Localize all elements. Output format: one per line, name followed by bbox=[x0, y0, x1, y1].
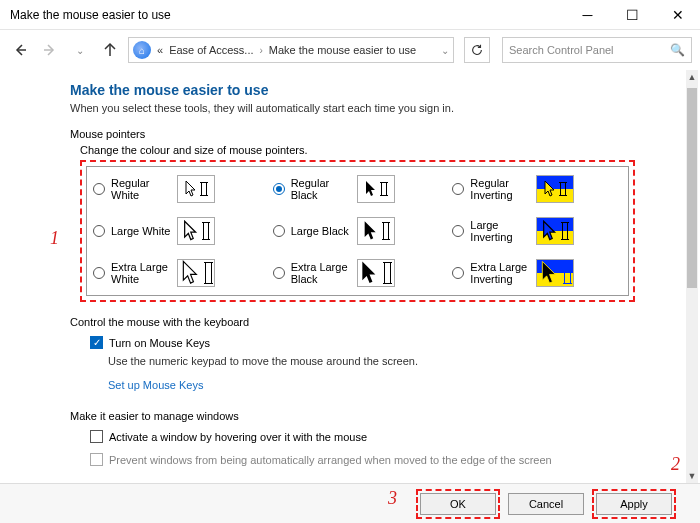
breadcrumb[interactable]: ⌂ « Ease of Access... › Make the mouse e… bbox=[128, 37, 454, 63]
radio-large-inverting[interactable] bbox=[452, 225, 464, 237]
preview-regular-black bbox=[357, 175, 395, 203]
label-regular-inverting: Regular Inverting bbox=[470, 177, 530, 201]
window-title: Make the mouse easier to use bbox=[10, 8, 565, 22]
hover-checkbox[interactable] bbox=[90, 430, 103, 443]
label-regular-white: Regular White bbox=[111, 177, 171, 201]
label-xlarge-black: Extra Large Black bbox=[291, 261, 351, 285]
apply-button[interactable]: Apply bbox=[596, 493, 672, 515]
content-area: Make the mouse easier to use When you se… bbox=[0, 70, 686, 483]
pointer-option-xlarge-inverting[interactable]: Extra Large Inverting bbox=[452, 259, 622, 287]
radio-regular-black[interactable] bbox=[273, 183, 285, 195]
refresh-button[interactable] bbox=[464, 37, 490, 63]
nav-bar: ⌄ ⌂ « Ease of Access... › Make the mouse… bbox=[0, 30, 700, 70]
annotation-1: 1 bbox=[50, 228, 59, 249]
recent-dropdown[interactable]: ⌄ bbox=[68, 38, 92, 62]
title-bar: Make the mouse easier to use ─ ☐ ✕ bbox=[0, 0, 700, 30]
preview-large-inverting bbox=[536, 217, 574, 245]
search-icon: 🔍 bbox=[670, 43, 685, 57]
hover-checkbox-row[interactable]: Activate a window by hovering over it wi… bbox=[90, 430, 686, 443]
pointer-option-large-white[interactable]: Large White bbox=[93, 217, 263, 245]
windows-section-label: Make it easier to manage windows bbox=[70, 410, 686, 422]
pointer-options-panel: Regular White Regular Black bbox=[86, 166, 629, 296]
vertical-scrollbar[interactable]: ▲ ▼ bbox=[686, 70, 698, 483]
mouse-keys-checkbox[interactable]: ✓ bbox=[90, 336, 103, 349]
pointers-sublabel: Change the colour and size of mouse poin… bbox=[80, 144, 686, 156]
pointer-option-large-black[interactable]: Large Black bbox=[273, 217, 443, 245]
annotation-3: 3 bbox=[388, 488, 397, 509]
snap-label: Prevent windows from being automatically… bbox=[109, 454, 552, 466]
label-xlarge-white: Extra Large White bbox=[111, 261, 171, 285]
setup-mouse-keys-link[interactable]: Set up Mouse Keys bbox=[108, 379, 203, 391]
close-button[interactable]: ✕ bbox=[655, 0, 700, 30]
dialog-button-bar: 3 OK Cancel Apply bbox=[0, 483, 700, 523]
radio-regular-inverting[interactable] bbox=[452, 183, 464, 195]
ok-button-highlight: OK bbox=[416, 489, 500, 519]
mouse-keys-description: Use the numeric keypad to move the mouse… bbox=[108, 355, 686, 367]
breadcrumb-seg2[interactable]: Make the mouse easier to use bbox=[269, 44, 416, 56]
label-xlarge-inverting: Extra Large Inverting bbox=[470, 261, 530, 285]
pointer-option-regular-inverting[interactable]: Regular Inverting bbox=[452, 175, 622, 203]
mouse-pointers-label: Mouse pointers bbox=[70, 128, 686, 140]
preview-xlarge-black bbox=[357, 259, 395, 287]
maximize-button[interactable]: ☐ bbox=[610, 0, 655, 30]
breadcrumb-prefix: « bbox=[157, 44, 163, 56]
up-button[interactable] bbox=[98, 38, 122, 62]
annotation-2: 2 bbox=[671, 454, 680, 475]
pointer-option-large-inverting[interactable]: Large Inverting bbox=[452, 217, 622, 245]
radio-xlarge-black[interactable] bbox=[273, 267, 285, 279]
arrow-up-icon bbox=[102, 42, 118, 58]
radio-xlarge-white[interactable] bbox=[93, 267, 105, 279]
preview-xlarge-inverting bbox=[536, 259, 574, 287]
preview-large-white bbox=[177, 217, 215, 245]
mouse-keys-label: Turn on Mouse Keys bbox=[109, 337, 210, 349]
label-large-black: Large Black bbox=[291, 225, 351, 237]
radio-large-black[interactable] bbox=[273, 225, 285, 237]
label-large-white: Large White bbox=[111, 225, 171, 237]
arrow-left-icon bbox=[12, 42, 28, 58]
snap-checkbox-row[interactable]: Prevent windows from being automatically… bbox=[90, 453, 686, 466]
label-large-inverting: Large Inverting bbox=[470, 219, 530, 243]
chevron-right-icon: › bbox=[260, 45, 263, 56]
preview-large-black bbox=[357, 217, 395, 245]
ok-button[interactable]: OK bbox=[420, 493, 496, 515]
snap-checkbox[interactable] bbox=[90, 453, 103, 466]
page-subheading: When you select these tools, they will a… bbox=[70, 102, 686, 114]
pointer-options-highlight: Regular White Regular Black bbox=[80, 160, 635, 302]
keyboard-section-label: Control the mouse with the keyboard bbox=[70, 316, 686, 328]
forward-button[interactable] bbox=[38, 38, 62, 62]
preview-regular-inverting bbox=[536, 175, 574, 203]
radio-xlarge-inverting[interactable] bbox=[452, 267, 464, 279]
scroll-thumb[interactable] bbox=[687, 88, 697, 288]
breadcrumb-seg1[interactable]: Ease of Access... bbox=[169, 44, 253, 56]
arrow-right-icon bbox=[42, 42, 58, 58]
label-regular-black: Regular Black bbox=[291, 177, 351, 201]
scroll-down-icon[interactable]: ▼ bbox=[686, 469, 698, 483]
control-panel-icon: ⌂ bbox=[133, 41, 151, 59]
radio-regular-white[interactable] bbox=[93, 183, 105, 195]
pointer-option-xlarge-white[interactable]: Extra Large White bbox=[93, 259, 263, 287]
back-button[interactable] bbox=[8, 38, 32, 62]
refresh-icon bbox=[470, 43, 484, 57]
mouse-keys-checkbox-row[interactable]: ✓ Turn on Mouse Keys bbox=[90, 336, 686, 349]
hover-label: Activate a window by hovering over it wi… bbox=[109, 431, 367, 443]
pointer-option-regular-white[interactable]: Regular White bbox=[93, 175, 263, 203]
chevron-down-icon[interactable]: ⌄ bbox=[441, 45, 449, 56]
preview-xlarge-white bbox=[177, 259, 215, 287]
radio-large-white[interactable] bbox=[93, 225, 105, 237]
page-heading: Make the mouse easier to use bbox=[70, 82, 686, 98]
apply-button-highlight: Apply bbox=[592, 489, 676, 519]
pointer-option-xlarge-black[interactable]: Extra Large Black bbox=[273, 259, 443, 287]
search-placeholder: Search Control Panel bbox=[509, 44, 670, 56]
pointer-option-regular-black[interactable]: Regular Black bbox=[273, 175, 443, 203]
cancel-button[interactable]: Cancel bbox=[508, 493, 584, 515]
minimize-button[interactable]: ─ bbox=[565, 0, 610, 30]
search-input[interactable]: Search Control Panel 🔍 bbox=[502, 37, 692, 63]
scroll-up-icon[interactable]: ▲ bbox=[686, 70, 698, 84]
preview-regular-white bbox=[177, 175, 215, 203]
